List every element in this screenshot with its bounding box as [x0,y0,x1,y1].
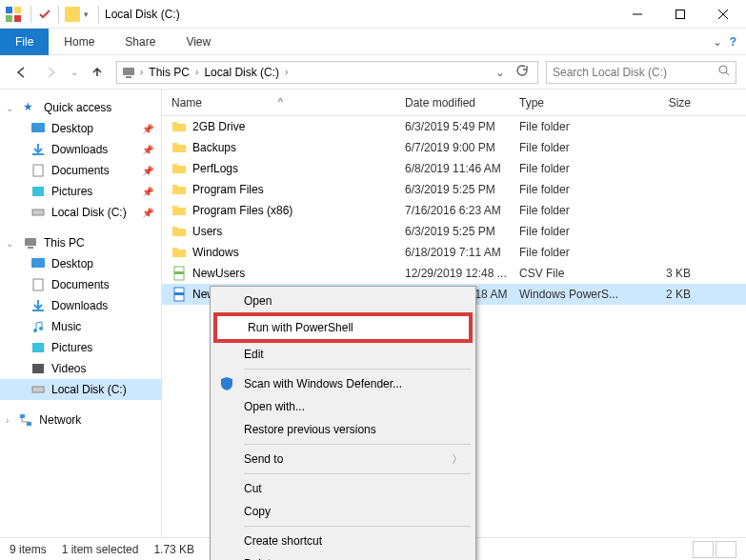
svg-rect-13 [33,165,43,176]
file-row[interactable]: Program Files6/3/2019 5:25 PMFile folder [162,179,746,200]
sidebar-item-downloads[interactable]: Downloads [0,295,161,316]
file-row[interactable]: 2GB Drive6/3/2019 5:49 PMFile folder [162,116,746,137]
file-row[interactable]: Windows6/18/2019 7:11 AMFile folder [162,242,746,263]
ctx-item-delete[interactable]: Delete [213,552,473,560]
file-date: 12/29/2019 12:48 ... [405,267,519,280]
tab-view[interactable]: View [171,29,226,55]
ctx-label: Send to [244,452,283,466]
refresh-icon[interactable] [514,64,528,80]
desktop-icon [30,121,46,136]
up-button[interactable] [86,61,109,84]
sidebar-item-downloads[interactable]: Downloads📌 [0,139,161,160]
file-row[interactable]: Users6/3/2019 5:25 PMFile folder [162,221,746,242]
sidebar-item-localdisk[interactable]: Local Disk (C:) [0,379,161,400]
ctx-item-scan-with-windows-defender-[interactable]: Scan with Windows Defender... [213,372,473,395]
status-selected: 1 item selected [62,543,139,556]
file-row[interactable]: Backups6/7/2019 9:00 PMFile folder [162,137,746,158]
file-type: File folder [519,162,634,175]
chevron-right-icon[interactable]: › [195,67,198,77]
maximize-button[interactable] [658,0,701,29]
svg-rect-16 [25,238,36,246]
chevron-right-icon[interactable]: › [285,67,288,77]
file-name: NewUsers [192,267,245,280]
column-headers[interactable]: Name^ Date modified Type Size [162,90,746,116]
file-date: 6/18/2019 7:11 AM [405,246,519,259]
downloads-icon [30,298,46,313]
column-date[interactable]: Date modified [405,96,519,110]
column-type[interactable]: Type [519,96,634,110]
sidebar-item-documents[interactable]: Documents [0,274,161,295]
sidebar-item-desktop[interactable]: Desktop [0,253,161,274]
details-view-button[interactable] [693,541,714,558]
folder-icon [171,161,187,176]
collapse-icon[interactable]: ⌄ [6,103,13,113]
ctx-item-cut[interactable]: Cut [213,477,473,500]
back-button[interactable] [10,61,32,84]
dropdown-icon[interactable]: ▾ [80,10,92,19]
chevron-down-icon[interactable]: ⌄ [713,35,722,49]
file-row[interactable]: Program Files (x86)7/16/2016 6:23 AMFile… [162,200,746,221]
ctx-item-create-shortcut[interactable]: Create shortcut [213,530,473,552]
sidebar-item-music[interactable]: Music [0,316,161,337]
sidebar-item-desktop[interactable]: Desktop📌 [0,118,161,139]
chevron-right-icon[interactable]: › [140,67,143,77]
ribbon: File Home Share View ⌄ ? [0,29,746,55]
file-name: Program Files [192,183,264,196]
sidebar-item-documents[interactable]: Documents📌 [0,160,161,181]
minimize-button[interactable] [615,0,658,29]
tab-home[interactable]: Home [49,29,110,55]
pictures-icon [30,340,46,355]
file-type: CSV File [519,267,634,280]
ctx-label: Open [244,294,272,308]
status-size: 1.73 KB [153,543,194,556]
explorer-icon [6,7,21,22]
sidebar-this-pc[interactable]: ⌄ This PC [0,232,161,253]
svg-point-10 [719,66,727,73]
ctx-item-edit[interactable]: Edit [213,343,473,366]
svg-rect-9 [126,76,131,78]
ctx-item-run-with-powershell[interactable]: Run with PowerShell [213,312,473,343]
column-name[interactable]: Name [171,96,202,110]
large-icons-view-button[interactable] [716,541,736,558]
help-icon[interactable]: ? [730,35,736,49]
svg-rect-12 [31,123,45,132]
expand-icon[interactable]: › [6,415,9,426]
ctx-item-copy[interactable]: Copy [213,500,473,523]
sidebar-item-videos[interactable]: Videos [0,358,161,379]
sidebar-item-pictures[interactable]: Pictures [0,337,161,358]
sidebar-item-localdisk[interactable]: Local Disk (C:)📌 [0,202,161,223]
tab-share[interactable]: Share [110,29,171,55]
ctx-item-open-with-[interactable]: Open with... [213,395,473,418]
sidebar-quick-access[interactable]: ⌄ ★ Quick access [0,97,161,118]
search-input[interactable]: Search Local Disk (C:) [546,61,736,84]
column-size[interactable]: Size [634,96,700,110]
folder-icon [171,224,187,239]
sidebar-network[interactable]: › Network [0,410,161,430]
file-type: File folder [519,141,634,154]
close-button[interactable] [701,0,744,29]
breadcrumb[interactable]: › This PC › Local Disk (C:) › ⌄ [116,61,538,84]
svg-rect-22 [32,343,44,352]
checkmark-icon[interactable] [37,7,52,22]
tab-file[interactable]: File [0,29,49,55]
pin-icon: 📌 [142,166,153,176]
folder-icon [171,182,187,197]
ctx-item-send-to[interactable]: Send to〉 [213,448,473,470]
file-type: File folder [519,246,634,259]
navigation-pane: ⌄ ★ Quick access Desktop📌 Downloads📌 Doc… [0,90,162,537]
ctx-label: Run with PowerShell [248,321,353,334]
collapse-icon[interactable]: ⌄ [6,238,13,249]
ctx-item-open[interactable]: Open [213,290,473,312]
file-row[interactable]: PerfLogs6/8/2019 11:46 AMFile folder [162,158,746,179]
file-row[interactable]: NewUsers12/29/2019 12:48 ...CSV File3 KB [162,263,746,284]
crumb-thispc[interactable]: This PC [147,66,192,79]
file-name: Backups [192,141,236,154]
chevron-down-icon[interactable]: ⌄ [495,66,505,79]
folder-icon [171,119,187,134]
sidebar-item-pictures[interactable]: Pictures📌 [0,181,161,202]
crumb-drive[interactable]: Local Disk (C:) [202,66,281,79]
window-title: Local Disk (C:) [105,8,180,21]
pin-icon: 📌 [142,124,153,134]
chevron-down-icon[interactable]: ⌄ [71,67,78,77]
ctx-item-restore-previous-versions[interactable]: Restore previous versions [213,418,473,441]
